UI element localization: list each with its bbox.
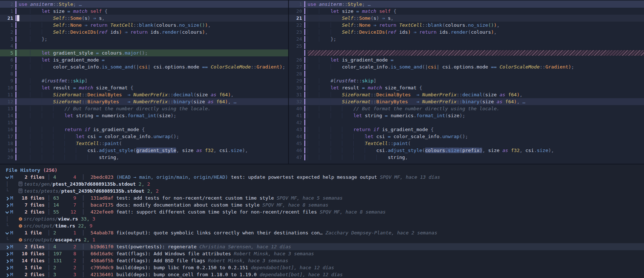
code-line[interactable]: 16 return if is_gradient_mode {: [0, 126, 288, 133]
code-line[interactable]: 1use ansiterm::Style; …: [289, 1, 644, 8]
code-text: return if is_gradient_mode {: [308, 126, 644, 133]
code-line[interactable]: 30 let result = match size_format {: [289, 84, 644, 91]
commit-row[interactable]: M 2 files │ 55 12 │ 422efee0 feat!: supp…: [0, 208, 644, 215]
code-line[interactable]: 24 };: [289, 36, 644, 42]
line-number: 2: [0, 29, 13, 36]
code-line[interactable]: 42: [289, 119, 644, 126]
author-date: SPQV MF, hace 8 semanas: [263, 202, 328, 208]
commit-message: build(deps): bump once_cell from 1.18.0 …: [116, 272, 260, 277]
diff-gutter-bar: [15, 140, 16, 147]
code-text: SizeFormat::DecimalBytes ⇒ NumberPrefix:…: [19, 91, 288, 98]
editor-pane-new[interactable]: 1use ansiterm::Style; …20 let size = mat…: [289, 0, 644, 164]
commit-file-row[interactable]: └ src/output/escape.rs 2, 1: [0, 236, 644, 243]
commit-row[interactable]: M 2 files │ 4 2 │ b19d61f0 test(powertes…: [0, 243, 644, 250]
chevron-right-icon[interactable]: [6, 201, 10, 208]
code-line[interactable]: 8: [0, 70, 288, 77]
commit-file-row[interactable]: │ src/options/view.rs 33, 3: [0, 215, 644, 222]
code-line[interactable]: 2use ansiterm::Style; …: [0, 1, 288, 8]
code-line[interactable]: 22 Self::None ⇒ return TextCell::blank(c…: [289, 22, 644, 29]
code-line[interactable]: 6 let is_gradient_mode =: [0, 56, 288, 63]
code-line[interactable]: 15: [0, 119, 288, 126]
code-line[interactable]: 14 let string = numerics.format_int(size…: [0, 112, 288, 119]
line-number: 9: [0, 77, 13, 84]
code-line[interactable]: 32 SizeFormat::BinaryBytes ⇒ NumberPrefi…: [289, 98, 644, 105]
code-line[interactable]: 17 let csi = color_scale_info.unwrap();: [0, 133, 288, 140]
code-text: let size = match self {: [19, 8, 288, 15]
chevron-right-icon[interactable]: [6, 243, 10, 250]
code-line[interactable]: 47 string,: [289, 154, 644, 161]
code-line[interactable]: 40 // But format the number directly usi…: [289, 105, 644, 112]
line-number: 23: [289, 29, 302, 36]
code-line[interactable]: 23 Self::DeviceIDs(ref ids) ⇒ return ids…: [289, 29, 644, 36]
code-line[interactable]: 1 let size = match self {: [0, 8, 288, 15]
code-line[interactable]: 20 string,: [0, 154, 288, 161]
code-line[interactable]: 18 TextCell::paint(: [0, 140, 288, 147]
files-count: 10 files: [22, 251, 45, 256]
code-line[interactable]: 45 TextCell::paint(: [289, 140, 644, 147]
code-line[interactable]: 26 let is_gradient_mode =: [289, 56, 644, 63]
chevron-right-icon[interactable]: [6, 257, 10, 264]
code-line[interactable]: 10 let result = match size_format {: [0, 84, 288, 91]
commit-row[interactable]: M 1 file │ 2 2 │ c7950dc9 build(deps): b…: [0, 264, 644, 271]
code-line[interactable]: 25: [289, 42, 644, 49]
code-line[interactable]: 31 SizeFormat::DecimalBytes ⇒ NumberPref…: [289, 91, 644, 98]
code-line[interactable]: 1 Self::None ⇒ return TextCell::blank(co…: [0, 22, 288, 29]
commit-file-row[interactable]: └ src/output/time.rs 22, 9: [0, 222, 644, 229]
chevron-right-icon[interactable]: [6, 271, 10, 278]
line-number: 20: [289, 8, 302, 15]
code-line[interactable]: 3 };: [0, 36, 288, 42]
code-line[interactable]: 46 csi.adjust_style(colours.size(prefix)…: [289, 147, 644, 154]
line-number: 17: [0, 133, 13, 140]
code-line[interactable]: 20 let size = match self {: [289, 8, 644, 15]
rust-file-icon: [19, 238, 22, 242]
code-line[interactable]: 27 color_scale_info.is_some_and(|csi| cs…: [289, 63, 644, 70]
commit-row[interactable]: M 2 files │ 4 4 │ 2bedc823 (HEAD → main,…: [0, 174, 644, 181]
code-line[interactable]: 11 SizeFormat::DecimalBytes ⇒ NumberPref…: [0, 91, 288, 98]
commit-row[interactable]: M 10 files │ 197 8 │ 66d16a9c feat(flags…: [0, 250, 644, 257]
commit-row[interactable]: M 1 file │ 2 1 │ 54abab78 fix(output): q…: [0, 229, 644, 236]
code-line[interactable]: 44 let csi = color_scale_info.unwrap();: [289, 133, 644, 140]
code-line[interactable]: 43 return if is_gradient_mode {: [289, 126, 644, 133]
line-number: 4: [0, 42, 13, 49]
tree-connector: └: [6, 236, 10, 243]
code-line[interactable]: 7 color_scale_info.is_some_and(|csi| csi…: [0, 63, 288, 70]
code-line[interactable]: 2 Self::DeviceIDs(ref ids) ⇒ return ids.…: [0, 29, 288, 36]
code-line[interactable]: 5 let gradient_style = colours.major();: [0, 49, 288, 56]
status-letter: M: [10, 230, 13, 236]
code-line[interactable]: 9 #[rustfmt::skip]: [0, 77, 288, 84]
commit-row[interactable]: M 18 files │ 63 9 │ 131ad8af test: add t…: [0, 194, 644, 201]
file-path: src/options/: [23, 216, 58, 222]
commit-message: fix(output): quote symbolic links correc…: [116, 230, 325, 236]
files-count: 2 files: [22, 244, 45, 249]
code-line[interactable]: 29 #[rustfmt::skip]: [289, 77, 644, 84]
code-line[interactable]: [289, 49, 644, 56]
commit-file-row[interactable]: └ tests/ptests/ptest_2439b7d68089135b.st…: [0, 188, 644, 194]
removed-count: 2: [153, 188, 159, 194]
commit-row[interactable]: M 2 files │ 3 3 │ 42136401 build(deps): …: [0, 271, 644, 278]
removed-count: 7: [73, 202, 76, 208]
removed-count: 2: [144, 181, 150, 187]
chevron-right-icon[interactable]: [6, 264, 10, 271]
code-line[interactable]: 21 Self::Some(s) ⇒ s,: [0, 15, 288, 22]
file-name: ptest_2439b7d68089135b.stdout: [53, 181, 136, 187]
chevron-down-icon[interactable]: [6, 208, 10, 215]
commit-file-row[interactable]: │ tests/gen/ptest_2439b7d68089135b.stdou…: [0, 181, 644, 188]
code-line[interactable]: 12 SizeFormat::BinaryBytes ⇒ NumberPrefi…: [0, 98, 288, 105]
line-number: 3: [0, 36, 13, 42]
chevron-right-icon[interactable]: [6, 250, 10, 257]
chevron-down-icon[interactable]: [6, 174, 10, 181]
code-line[interactable]: 21 Self::Some(s) ⇒ s,: [289, 15, 644, 22]
code-line[interactable]: 19 csi.adjust_style(gradient_style, size…: [0, 147, 288, 154]
code-line[interactable]: 13 // But format the number directly usi…: [0, 105, 288, 112]
commit-message: test(powertests): regenerate: [116, 244, 200, 249]
chevron-down-icon[interactable]: [6, 229, 10, 236]
code-line[interactable]: 28: [289, 70, 644, 77]
code-line[interactable]: 4: [0, 42, 288, 49]
line-number: 1: [0, 22, 13, 29]
chevron-right-icon[interactable]: [6, 194, 10, 201]
commit-row[interactable]: M 14 files │ 131 2 │ 458a6f5b feat(flags…: [0, 257, 644, 264]
code-line[interactable]: 41 let string = numerics.format_int(size…: [289, 112, 644, 119]
editor-pane-old[interactable]: 2use ansiterm::Style; …1 let size = matc…: [0, 0, 289, 164]
code-text: let string = numerics.format_int(size);: [308, 112, 644, 119]
commit-row[interactable]: M 7 files │ 14 7 │ baca7175 docs: modify…: [0, 201, 644, 208]
